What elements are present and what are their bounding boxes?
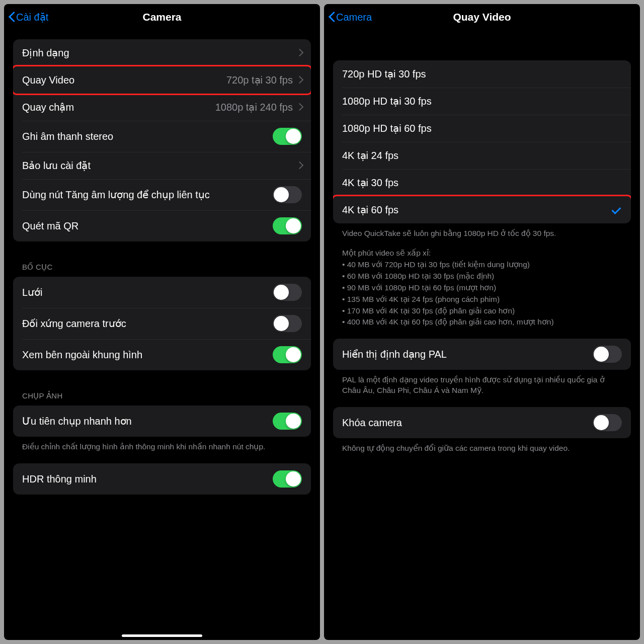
row-label: Định dạng [22, 46, 297, 59]
row-preserve[interactable]: Bảo lưu cài đặt [13, 152, 311, 179]
row-format[interactable]: Định dạng [13, 39, 311, 66]
record-video-screen: Camera Quay Video 720p HD tại 30 fps 108… [324, 4, 640, 640]
toggle-fast-shot[interactable] [273, 413, 302, 430]
row-label: HDR thông minh [22, 472, 273, 486]
row-grid[interactable]: Lưới [13, 277, 311, 308]
row-label: Lưới [22, 286, 273, 299]
back-label: Cài đặt [16, 11, 48, 23]
footer-quicktake: Video QuickTake sẽ luôn ghi bằng 1080p H… [333, 223, 631, 239]
group-hdr: HDR thông minh [13, 463, 311, 495]
option-1080p-30[interactable]: 1080p HD tại 30 fps [333, 88, 631, 115]
toggle-lock-camera[interactable] [593, 414, 622, 431]
row-label: Quét mã QR [22, 219, 273, 232]
row-label: 4K tại 60 fps [342, 203, 611, 216]
option-720p-30[interactable]: 720p HD tại 30 fps [333, 60, 631, 88]
row-label: 1080p HD tại 30 fps [342, 95, 622, 108]
row-label: Ưu tiên chụp nhanh hơn [22, 415, 273, 428]
toggle-qr[interactable] [273, 217, 302, 234]
row-qr[interactable]: Quét mã QR [13, 210, 311, 242]
footer-size-5: • 400 MB với 4K tại 60 fps (độ phân giải… [333, 316, 631, 328]
chevron-right-icon [297, 49, 302, 57]
chevron-right-icon [297, 76, 302, 84]
highlight-4k-60: 4K tại 60 fps [333, 195, 631, 223]
row-label: 720p HD tại 30 fps [342, 67, 622, 80]
row-fast-shot[interactable]: Ưu tiên chụp nhanh hơn [13, 406, 311, 437]
row-volume-burst[interactable]: Dùng nút Tăng âm lượng để chụp liên tục [13, 179, 311, 210]
toggle-pal[interactable] [593, 346, 622, 363]
row-lock-camera[interactable]: Khóa camera [333, 407, 631, 438]
row-label: Quay Video [22, 73, 226, 87]
group-pal: Hiển thị định dạng PAL [333, 339, 631, 370]
option-4k-24[interactable]: 4K tại 24 fps [333, 142, 631, 169]
row-label: Ghi âm thanh stereo [22, 130, 273, 143]
footer-size-4: • 170 MB với 4K tại 30 fps (độ phân giải… [333, 305, 631, 316]
group-lock: Khóa camera [333, 407, 631, 438]
row-label: Quay chậm [22, 101, 215, 114]
row-outside-frame[interactable]: Xem bên ngoài khung hình [13, 339, 311, 370]
back-button[interactable]: Camera [328, 11, 372, 23]
scroll-content[interactable]: 720p HD tại 30 fps 1080p HD tại 30 fps 1… [324, 30, 640, 640]
group-resolutions: 720p HD tại 30 fps 1080p HD tại 30 fps 1… [333, 60, 631, 223]
page-title: Camera [142, 11, 181, 23]
toggle-grid[interactable] [273, 284, 302, 301]
footer-size-3: • 135 MB với 4K tại 24 fps (phong cách p… [333, 293, 631, 305]
row-detail: 1080p tại 240 fps [215, 101, 293, 113]
row-hdr[interactable]: HDR thông minh [13, 463, 311, 495]
footer-size-0: • 40 MB với 720p HD tại 30 fps (tiết kiệ… [333, 259, 631, 270]
chevron-left-icon [328, 11, 335, 23]
nav-bar: Cài đặt Camera [4, 4, 320, 30]
toggle-volume-burst[interactable] [273, 186, 302, 203]
toggle-stereo[interactable] [273, 128, 302, 145]
chevron-left-icon [8, 11, 15, 23]
row-label: Hiển thị định dạng PAL [342, 348, 593, 361]
row-label: 1080p HD tại 60 fps [342, 122, 622, 135]
back-label: Camera [336, 12, 372, 23]
option-4k-60[interactable]: 4K tại 60 fps [333, 196, 631, 223]
page-title: Quay Video [453, 11, 511, 23]
row-label: 4K tại 30 fps [342, 176, 622, 189]
option-1080p-60[interactable]: 1080p HD tại 60 fps [333, 115, 631, 142]
row-label: Dùng nút Tăng âm lượng để chụp liên tục [22, 188, 273, 201]
footer-lock: Không tự động chuyển đổi giữa các camera… [333, 438, 631, 454]
chevron-right-icon [297, 103, 302, 111]
nav-bar: Camera Quay Video [324, 4, 640, 30]
checkmark-icon [611, 205, 622, 214]
row-slow-mo[interactable]: Quay chậm 1080p tại 240 fps [13, 94, 311, 121]
row-record-video[interactable]: Quay Video 720p tại 30 fps [13, 66, 311, 94]
toggle-outside-frame[interactable] [273, 346, 302, 363]
group-capture-fast: Ưu tiên chụp nhanh hơn [13, 406, 311, 437]
option-4k-30[interactable]: 4K tại 30 fps [333, 169, 631, 196]
section-header-capture: CHỤP ẢNH [13, 387, 311, 400]
highlight-record-video: Quay Video 720p tại 30 fps [13, 65, 311, 95]
footer-pal: PAL là một định dạng video truyền hình đ… [333, 370, 631, 396]
camera-settings-screen: Cài đặt Camera Định dạng Quay Video 720p… [4, 4, 320, 640]
row-label: Khóa camera [342, 416, 593, 429]
row-stereo[interactable]: Ghi âm thanh stereo [13, 121, 311, 152]
toggle-mirror[interactable] [273, 315, 302, 332]
row-label: Đối xứng camera trước [22, 317, 273, 330]
row-label: Xem bên ngoài khung hình [22, 348, 273, 361]
row-pal[interactable]: Hiển thị định dạng PAL [333, 339, 631, 370]
chevron-right-icon [297, 162, 302, 170]
group-composition: Lưới Đối xứng camera trước Xem bên ngoài… [13, 277, 311, 370]
footer-fast-shot: Điều chỉnh chất lượng hình ảnh thông min… [13, 437, 311, 452]
home-indicator[interactable] [122, 634, 202, 637]
footer-size-1: • 60 MB với 1080p HD tại 30 fps (mặc địn… [333, 270, 631, 282]
footer-approx: Một phút video sẽ xấp xỉ: [333, 239, 631, 259]
row-label: 4K tại 24 fps [342, 149, 622, 162]
scroll-content[interactable]: Định dạng Quay Video 720p tại 30 fps Qua… [4, 30, 320, 640]
section-header-composition: BỐ CỤC [13, 259, 311, 272]
row-label: Bảo lưu cài đặt [22, 159, 297, 172]
row-mirror[interactable]: Đối xứng camera trước [13, 308, 311, 339]
row-detail: 720p tại 30 fps [226, 74, 293, 86]
footer-size-2: • 90 MB với 1080p HD tại 60 fps (mượt hơ… [333, 282, 631, 293]
back-button[interactable]: Cài đặt [8, 11, 48, 23]
toggle-hdr[interactable] [273, 470, 302, 488]
group-main: Định dạng Quay Video 720p tại 30 fps Qua… [13, 39, 311, 242]
